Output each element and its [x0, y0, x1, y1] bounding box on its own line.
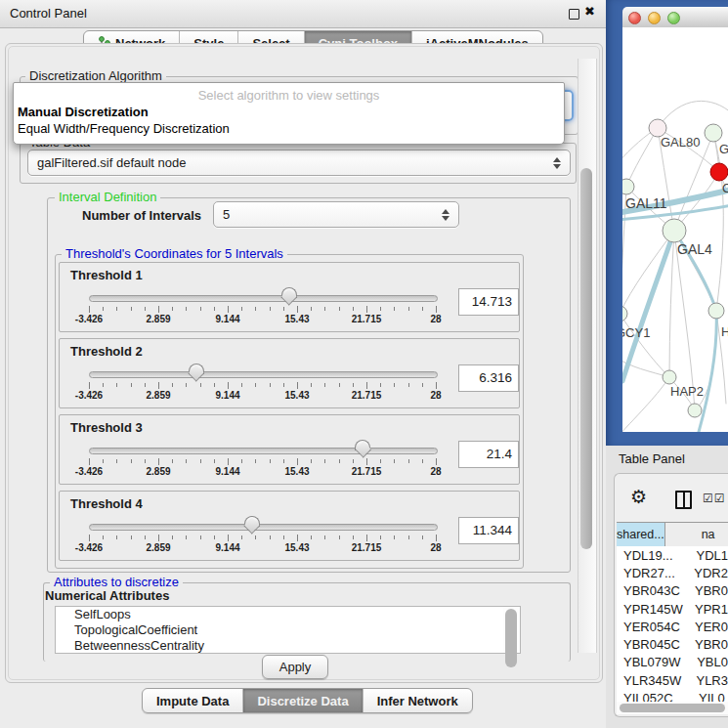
network-node[interactable]: [705, 124, 722, 142]
table-row[interactable]: YLR345WYLR3: [617, 671, 728, 689]
slider-tick: [200, 307, 201, 311]
table-row[interactable]: YBR043CYBR0: [617, 582, 728, 600]
slider-tick: [131, 459, 132, 463]
node-table[interactable]: YDL19...YDL1YDR27...YDR2YBR043CYBR0YPR14…: [617, 546, 728, 702]
network-edge: [626, 128, 658, 187]
minimize-traffic-light[interactable]: [648, 12, 661, 24]
threshold-slider-track[interactable]: [89, 371, 438, 378]
slider-tick: [116, 383, 117, 387]
slider-tick-label: 28: [430, 542, 441, 553]
table-cell-name[interactable]: YDR2: [691, 566, 728, 580]
threshold-slider-track[interactable]: [89, 524, 438, 531]
tab-infer-network[interactable]: Infer Network: [364, 689, 472, 712]
slider-tick: [214, 535, 215, 539]
table-cell-shared-name[interactable]: YDR27...: [617, 566, 691, 580]
threshold-slider-thumb[interactable]: [244, 516, 260, 535]
table-row[interactable]: YBR045CYBR0: [617, 635, 728, 653]
network-canvas[interactable]: GAL80GACGAL11GAL4GCY1HHAP2: [622, 27, 728, 432]
algorithm-option-manual[interactable]: Manual Discretization: [18, 105, 149, 119]
table-hscrollbar[interactable]: [617, 702, 728, 714]
table-cell-shared-name[interactable]: YBR043C: [617, 583, 692, 598]
table-cell-shared-name[interactable]: YDL19...: [617, 548, 693, 563]
slider-tick: [408, 383, 409, 387]
slider-tick-label: 2.859: [146, 390, 170, 401]
network-node[interactable]: [710, 163, 728, 181]
network-edge: [622, 231, 674, 381]
slider-tick: [241, 459, 242, 463]
control-panel-titlebar: [0, 0, 606, 28]
network-node-label: HAP2: [670, 384, 704, 399]
panel-scrollbar-thumb[interactable]: [580, 168, 592, 549]
table-cell-name[interactable]: YBL0: [694, 655, 728, 669]
slider-tick: [324, 383, 325, 387]
table-cell-name[interactable]: YBR0: [692, 583, 728, 598]
tab-impute-data[interactable]: Impute Data: [143, 689, 243, 712]
network-node[interactable]: [622, 306, 627, 321]
table-cell-shared-name[interactable]: YER054C: [617, 620, 692, 634]
thresholds-group-title: Threshold's Coordinates for 5 Intervals: [62, 247, 287, 261]
table-cell-name[interactable]: YIL0: [696, 691, 725, 702]
slider-tick: [436, 306, 437, 313]
threshold-slider-thumb[interactable]: [355, 440, 370, 458]
slider-tick: [103, 307, 104, 311]
column-header-shared-name[interactable]: shared...: [617, 523, 665, 546]
threshold-slider-track[interactable]: [89, 295, 438, 302]
slider-tick: [394, 535, 395, 539]
network-window-titlebar[interactable]: [622, 7, 728, 28]
threshold-value-field[interactable]: 11.344: [458, 517, 519, 544]
table-row[interactable]: YIL052CYIL0: [617, 689, 728, 702]
gear-icon[interactable]: ⚙: [630, 488, 647, 506]
table-data-combobox[interactable]: galFiltered.sif default node: [27, 150, 571, 176]
network-node[interactable]: [663, 219, 686, 242]
table-cell-name[interactable]: YLR3: [693, 673, 728, 688]
network-node[interactable]: [622, 179, 634, 194]
slider-tick: [408, 459, 409, 463]
slider-tick: [103, 383, 104, 387]
numerical-attributes-list[interactable]: SelfLoopsTopologicalCoefficientBetweenne…: [55, 606, 504, 654]
table-cell-name[interactable]: YBR0: [692, 637, 728, 652]
slider-tick: [380, 535, 381, 539]
attributes-scrollbar[interactable]: [503, 606, 521, 654]
number-of-intervals-combobox[interactable]: 5: [213, 201, 459, 228]
table-cell-name[interactable]: YPR1: [692, 602, 728, 617]
close-traffic-light[interactable]: [628, 12, 641, 24]
attribute-list-item[interactable]: SelfLoops: [56, 607, 504, 622]
threshold-label: Threshold 4: [70, 496, 143, 511]
table-cell-shared-name[interactable]: YBR045C: [617, 637, 692, 652]
table-row[interactable]: YDL19...YDL1: [617, 546, 728, 564]
threshold-value-field[interactable]: 14.713: [458, 288, 519, 316]
slider-tick-label: -3.426: [75, 466, 103, 477]
network-node[interactable]: [688, 404, 702, 417]
threshold-slider-thumb[interactable]: [281, 287, 297, 306]
slider-tick-label: 2.859: [146, 314, 170, 324]
threshold-slider-thumb[interactable]: [189, 364, 204, 382]
table-cell-shared-name[interactable]: YIL052C: [617, 691, 696, 702]
table-row[interactable]: YER054CYER0: [617, 618, 728, 635]
column-header-name[interactable]: na: [665, 523, 728, 546]
tab-discretize-data[interactable]: Discretize Data: [243, 689, 363, 712]
table-cell-shared-name[interactable]: YPR145W: [617, 602, 692, 617]
table-cell-shared-name[interactable]: YLR345W: [617, 673, 693, 688]
threshold-slider-track[interactable]: [89, 448, 438, 454]
table-cell-name[interactable]: YDL1: [693, 548, 728, 563]
table-hscrollbar-thumb[interactable]: [620, 704, 725, 712]
network-node[interactable]: [663, 370, 676, 384]
algorithm-option-equal-width[interactable]: Equal Width/Frequency Discretization: [18, 121, 230, 136]
attributes-scrollbar-thumb[interactable]: [505, 609, 517, 667]
attribute-list-item[interactable]: BetweennessCentrality: [56, 638, 504, 654]
apply-button[interactable]: Apply: [262, 655, 328, 679]
threshold-value-field[interactable]: 6.316: [458, 364, 519, 392]
table-row[interactable]: YPR145WYPR1: [617, 600, 728, 618]
float-window-icon[interactable]: [569, 9, 579, 20]
select-columns-icon[interactable]: ☑☑: [703, 492, 726, 505]
table-row[interactable]: YDR27...YDR2: [617, 564, 728, 581]
table-row[interactable]: YBL079WYBL0: [617, 654, 728, 671]
threshold-value-field[interactable]: 21.4: [458, 441, 519, 468]
close-icon[interactable]: ✖: [584, 4, 595, 19]
column-layout-icon[interactable]: [675, 491, 692, 509]
table-cell-name[interactable]: YER0: [692, 620, 728, 634]
network-node[interactable]: [708, 303, 724, 319]
zoom-traffic-light[interactable]: [667, 12, 680, 24]
table-cell-shared-name[interactable]: YBL079W: [617, 655, 694, 669]
attribute-list-item[interactable]: TopologicalCoefficient: [56, 622, 504, 638]
